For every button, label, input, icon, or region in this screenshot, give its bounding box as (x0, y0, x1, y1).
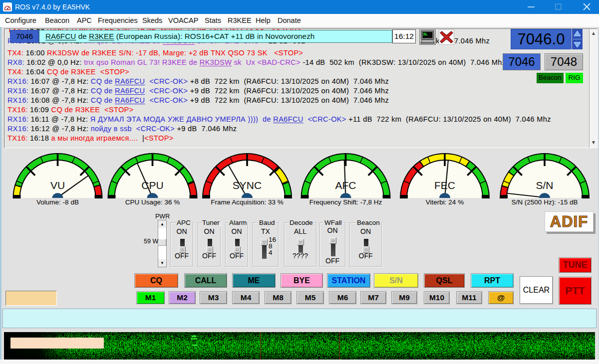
svg-text:VU: VU (50, 180, 65, 191)
svg-text:S/N: S/N (536, 180, 553, 191)
svg-text:Volume: -8 dB: Volume: -8 dB (36, 198, 79, 206)
svg-text:Frequency Shift: -7,8 Hz: Frequency Shift: -7,8 Hz (309, 198, 382, 206)
svg-text:Viterbi: 24 %: Viterbi: 24 % (426, 198, 464, 206)
svg-text:S/N (2500 Hz): -15 dB: S/N (2500 Hz): -15 dB (512, 198, 578, 206)
svg-text:CPU Usage: 36 %: CPU Usage: 36 % (125, 198, 180, 206)
svg-text:SYNC: SYNC (233, 180, 262, 191)
svg-text:Frame Acquisition: 33 %: Frame Acquisition: 33 % (211, 198, 284, 206)
svg-text:FEC: FEC (434, 180, 455, 191)
